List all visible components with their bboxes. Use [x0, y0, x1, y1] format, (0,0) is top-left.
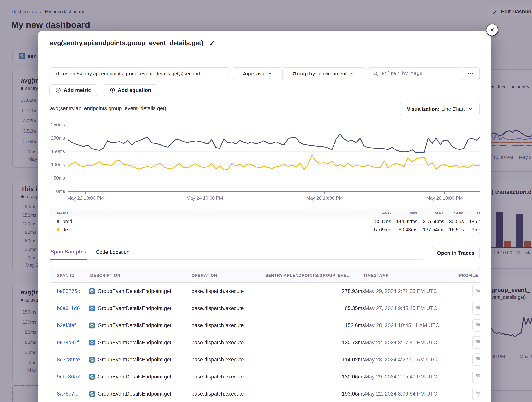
profile-button[interactable]	[472, 319, 480, 332]
span-operation: base.dispatch.execute	[191, 340, 244, 346]
detail-tabs: Span Samples Code Location	[50, 245, 423, 260]
groupby-select[interactable]: Group by: environment	[283, 68, 364, 80]
profile-flamegraph-icon	[475, 390, 480, 397]
span-id-link[interactable]: 8a75c7fe	[57, 391, 78, 397]
python-icon	[89, 357, 95, 363]
visualization-value: Line Chart	[442, 106, 465, 112]
metric-query-field	[50, 68, 229, 80]
chevron-down-icon	[268, 72, 272, 76]
samples-header-row: SPAN ID DESCRIPTION OPERATION SENTRY.API…	[51, 268, 480, 283]
tab-span-samples[interactable]: Span Samples	[50, 245, 87, 260]
summary-header-row: NAME AVG MIN MAX SUM TOTAL	[51, 209, 480, 217]
query-overflow-button[interactable]: ⋯	[462, 68, 480, 80]
span-operation: base.dispatch.execute	[191, 305, 244, 311]
chevron-down-icon	[468, 107, 473, 111]
summary-row-de: de 97.69ms 80.43ms 137.54ms 16.51s 95.59…	[51, 225, 480, 233]
tag-filter-input[interactable]	[381, 71, 452, 77]
profile-button[interactable]	[472, 353, 480, 366]
span-id-link[interactable]: 9974a41f	[57, 340, 79, 346]
profile-flamegraph-icon	[475, 339, 480, 346]
profile-flamegraph-icon	[475, 305, 480, 312]
dashboard-page: Dashboards › My new dashboard My new das…	[0, 0, 532, 402]
y-axis-tick: 0ms	[40, 189, 65, 194]
span-description: GroupEventDetailsEndpoint.get	[98, 391, 171, 397]
plus-circle-icon	[110, 88, 115, 93]
python-icon	[89, 288, 95, 294]
span-value: 193.06ms	[342, 391, 365, 397]
modal-title: avg(sentry.api.endpoints.group_event_det…	[50, 39, 203, 47]
span-value: 152.6ms	[345, 322, 365, 328]
series-color-dot	[57, 228, 59, 231]
span-id-link[interactable]: b6a911d6	[57, 305, 80, 311]
add-metric-button[interactable]: Add metric	[50, 84, 97, 96]
span-timestamp: May 27, 2024 9:45:45 PM UTC	[365, 305, 437, 311]
line-chart-canvas	[68, 125, 480, 191]
span-description: GroupEventDetailsEndpoint.get	[98, 374, 171, 380]
modal-title-row: avg(sentry.api.endpoints.group_event_det…	[50, 39, 215, 47]
x-axis-line	[68, 191, 480, 192]
visualization-select[interactable]: Visualization: Line Chart	[400, 103, 480, 115]
span-timestamp: May 28, 2024 10:45:11 AM UTC	[365, 322, 439, 328]
aggregate-select[interactable]: Agg: avg	[233, 68, 283, 80]
span-description: GroupEventDetailsEndpoint.get	[98, 288, 171, 294]
span-id-link[interactable]: 8d3c892e	[57, 357, 80, 363]
span-operation: base.dispatch.execute	[191, 357, 244, 363]
x-axis-tick: May 28 10:00 PM	[426, 195, 463, 201]
y-axis-tick: 200ms	[40, 135, 65, 141]
chevron-down-icon	[350, 72, 354, 76]
series-summary-table: NAME AVG MIN MAX SUM TOTAL prod 180.8ms …	[50, 209, 480, 233]
open-in-traces-button[interactable]: Open in Traces	[432, 247, 480, 259]
span-timestamp: May 22, 2024 8:06:54 PM UTC	[365, 391, 437, 397]
profile-button[interactable]	[472, 302, 480, 315]
add-equation-button[interactable]: Add equation	[104, 84, 158, 96]
edit-title-pencil-icon[interactable]	[209, 40, 215, 46]
span-sample-row: be83275c GroupEventDetailsEndpoint.get b…	[51, 283, 480, 300]
y-axis-tick: 150ms	[40, 149, 65, 154]
x-axis-tick: May 26 10:00 PM	[306, 195, 343, 201]
python-icon	[89, 305, 95, 311]
series-color-dot	[57, 220, 59, 223]
tab-code-location[interactable]: Code Location	[95, 245, 130, 260]
profile-flamegraph-icon	[475, 288, 480, 295]
span-timestamp: May 28, 2024 4:22:51 AM UTC	[365, 357, 437, 363]
plus-circle-icon	[56, 88, 61, 93]
metric-details-modal: avg(sentry.api.endpoints.group_event_det…	[38, 31, 491, 402]
span-value: 114.02ms	[342, 357, 365, 363]
span-operation: base.dispatch.execute	[191, 322, 244, 328]
search-icon	[373, 71, 378, 76]
metric-query-input[interactable]	[51, 71, 229, 77]
profile-button[interactable]	[472, 336, 480, 349]
profile-button[interactable]	[472, 285, 480, 297]
span-id-link[interactable]: b2ef3faf	[57, 322, 76, 328]
span-sample-row: b6a911d6 GroupEventDetailsEndpoint.get b…	[51, 300, 480, 317]
span-operation: base.dispatch.execute	[191, 374, 244, 380]
aggregate-value: avg	[256, 71, 265, 77]
python-icon	[89, 340, 95, 346]
python-icon	[89, 374, 95, 380]
span-sample-row: b2ef3faf GroupEventDetailsEndpoint.get b…	[51, 317, 480, 334]
python-icon	[89, 391, 95, 397]
python-icon	[89, 322, 95, 328]
span-id-link[interactable]: 9dbc86a7	[57, 374, 80, 380]
close-icon[interactable]: ✕	[486, 24, 498, 36]
span-operation: base.dispatch.execute	[191, 391, 244, 397]
y-axis-tick: 100ms	[40, 162, 65, 167]
x-axis-tick: May 24 10:00 PM	[186, 195, 223, 201]
profile-flamegraph-icon	[475, 373, 480, 380]
span-sample-row: 9dbc86a7 GroupEventDetailsEndpoint.get b…	[51, 368, 480, 385]
span-timestamp: May 29, 2024 2:21:03 PM UTC	[365, 288, 437, 294]
profile-button[interactable]	[472, 371, 480, 383]
span-id-link[interactable]: be83275c	[57, 288, 80, 294]
span-value: 130.06ms	[342, 374, 365, 380]
span-samples-table: SPAN ID DESCRIPTION OPERATION SENTRY.API…	[50, 268, 480, 402]
span-sample-row: 8d3c892e GroupEventDetailsEndpoint.get b…	[51, 351, 480, 368]
y-axis-tick: 250ms	[40, 122, 65, 128]
span-value: 85.35ms	[345, 305, 365, 311]
profile-button[interactable]	[472, 388, 480, 400]
span-description: GroupEventDetailsEndpoint.get	[98, 357, 171, 363]
x-axis-tick: May 22 10:00 PM	[67, 195, 104, 201]
chart-heading: avg(sentry.api.endpoints.group_event_det…	[50, 105, 166, 111]
span-value: 278.93ms	[342, 288, 365, 294]
span-operation: base.dispatch.execute	[191, 288, 244, 294]
header-divider	[38, 62, 491, 62]
